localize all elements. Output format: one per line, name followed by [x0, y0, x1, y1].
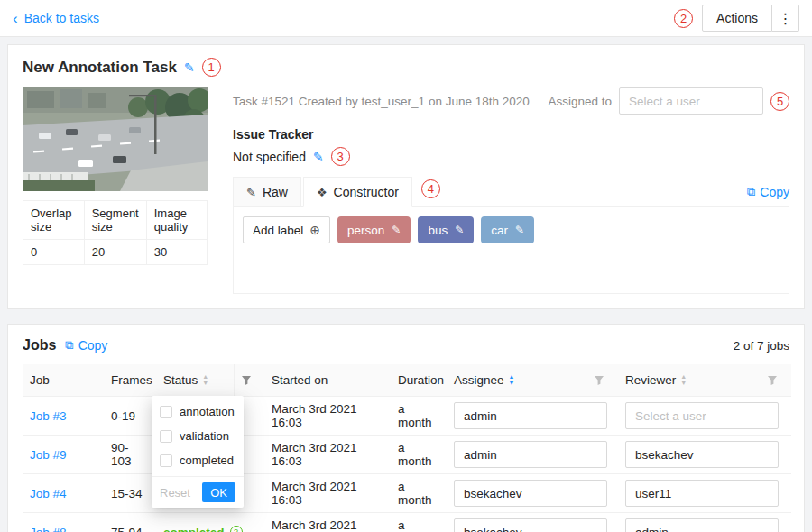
page-title: New Annotation Task: [23, 59, 177, 77]
started-cell: March 3rd 2021 16:03: [264, 474, 391, 513]
status-filter-icon[interactable]: [234, 364, 257, 396]
duration-cell: a month: [391, 397, 447, 436]
assignee-filter-icon[interactable]: [587, 364, 611, 396]
job-4-link[interactable]: Job #4: [30, 487, 67, 500]
assignee-cell: [447, 436, 618, 474]
edit-label-bus-icon[interactable]: ✎: [455, 224, 464, 236]
topbar-right: 2 Actions ⋮: [674, 5, 799, 32]
label-car-name: car: [491, 224, 508, 237]
reviewer-filter-icon[interactable]: [761, 364, 784, 396]
reviewer-cell: [618, 513, 791, 532]
filter-reset-button[interactable]: Reset: [160, 486, 190, 500]
reviewer-select[interactable]: [625, 402, 779, 429]
jobs-card: Jobs ⧉ Copy 2 of 7 jobs Job Frames: [7, 324, 805, 532]
filter-option-annotation[interactable]: annotation: [152, 399, 244, 424]
tab-constructor[interactable]: ❖ Constructor: [303, 177, 412, 207]
filter-option-completed[interactable]: completed: [152, 448, 244, 472]
status-filter-dropdown: annotation validation completed Reset OK: [152, 396, 244, 508]
tab-constructor-label: Constructor: [334, 185, 399, 199]
reviewer-sorter-icon[interactable]: ▲▼: [680, 374, 687, 386]
label-badge-person[interactable]: person ✎: [337, 216, 411, 243]
add-label-button[interactable]: Add label ⊕: [243, 216, 330, 243]
reviewer-cell: [618, 397, 791, 436]
status-sorter-icon[interactable]: ▲▼: [202, 374, 208, 386]
reviewer-select[interactable]: [625, 441, 779, 468]
filter-ok-button[interactable]: OK: [202, 482, 235, 502]
edit-label-car-icon[interactable]: ✎: [515, 224, 524, 236]
duration-cell: a month: [391, 436, 447, 474]
label-badge-car[interactable]: car ✎: [481, 216, 534, 243]
callout-3: 3: [331, 147, 350, 166]
label-badge-bus[interactable]: bus ✎: [418, 216, 474, 243]
column-frames-label: Frames: [111, 373, 152, 387]
column-started: Started on: [264, 364, 391, 397]
callout-5-number: 5: [777, 96, 783, 107]
back-to-tasks-label: Back to tasks: [24, 11, 99, 25]
reviewer-select[interactable]: [625, 480, 779, 507]
jobs-table: Job Frames Status ▲▼ Started on: [23, 364, 791, 532]
assignee-select[interactable]: [454, 480, 607, 507]
assignee-select[interactable]: [454, 518, 607, 532]
job-9-link[interactable]: Job #9: [30, 448, 67, 462]
assignee-select[interactable]: [454, 441, 607, 468]
callout-3-number: 3: [337, 151, 344, 162]
copy-icon: ⧉: [65, 338, 73, 353]
assignee-select[interactable]: [454, 402, 607, 429]
jobs-header-row: Job Frames Status ▲▼ Started on: [23, 364, 791, 397]
edit-label-person-icon[interactable]: ✎: [392, 224, 401, 236]
label-person-name: person: [347, 224, 384, 237]
checkbox-completed[interactable]: [160, 454, 172, 467]
param-segment-header: Segment size: [84, 201, 146, 240]
job-cell: Job #4: [23, 474, 104, 513]
copy-jobs-link[interactable]: ⧉ Copy: [65, 338, 107, 353]
reviewer-select[interactable]: [625, 518, 779, 532]
back-chevron-icon: ‹: [13, 11, 18, 26]
reviewer-cell: [618, 474, 791, 513]
task-right-column: Task #1521 Created by test_user_1 on Jun…: [233, 87, 789, 294]
assignee-sorter-icon[interactable]: ▲▼: [509, 374, 515, 386]
task-card: New Annotation Task ✎ 1: [7, 44, 805, 309]
status-cell: completed ?: [156, 513, 264, 532]
column-reviewer-label: Reviewer: [625, 373, 676, 387]
job-8-link[interactable]: Job #8: [30, 526, 67, 532]
task-assignee-select[interactable]: [619, 87, 763, 115]
filter-option-validation[interactable]: validation: [152, 424, 244, 448]
status-badge: completed ?: [163, 526, 243, 532]
callout-2-number: 2: [680, 13, 687, 24]
assignee-cell: [447, 397, 618, 436]
edit-title-icon[interactable]: ✎: [184, 60, 195, 75]
column-status-label: Status: [163, 373, 198, 387]
tab-raw-label: Raw: [263, 185, 288, 199]
callout-4: 4: [421, 179, 440, 198]
issue-tracker-value-row: Not specified ✎ 3: [233, 147, 789, 166]
plus-circle-icon: ⊕: [309, 223, 320, 237]
status-text: completed: [163, 526, 225, 532]
task-preview-image: [23, 87, 208, 191]
frames-cell: 75-94: [104, 513, 156, 532]
actions-more-button[interactable]: ⋮: [772, 5, 799, 32]
job-row: Job #8 75-94 completed ? March 3rd 2021 …: [23, 513, 791, 532]
job-3-link[interactable]: Job #3: [30, 409, 67, 423]
copy-labels-label: Copy: [760, 185, 789, 199]
job-row: Job #9 90-103 March 3rd 2021 16:03 a mon…: [23, 436, 791, 474]
back-to-tasks-link[interactable]: ‹ Back to tasks: [13, 11, 99, 26]
task-title-row: New Annotation Task ✎ 1: [23, 58, 789, 77]
task-body: Overlap size Segment size Image quality …: [23, 87, 789, 294]
checkbox-validation[interactable]: [160, 430, 172, 443]
assignee-cell: [447, 513, 618, 532]
tab-raw[interactable]: ✎ Raw: [233, 177, 301, 207]
edit-issue-tracker-icon[interactable]: ✎: [313, 150, 324, 164]
task-meta-row: Task #1521 Created by test_user_1 on Jun…: [233, 87, 789, 115]
constructor-icon: ❖: [317, 186, 328, 199]
issue-tracker-section: Issue Tracker Not specified ✎ 3: [233, 127, 789, 166]
duration-cell: a month: [391, 474, 447, 513]
column-frames: Frames: [104, 364, 156, 397]
copy-labels-link[interactable]: ⧉ Copy: [747, 185, 789, 206]
column-assignee-label: Assignee: [454, 373, 504, 387]
reviewer-cell: [618, 436, 791, 474]
question-circle-icon[interactable]: ?: [230, 526, 243, 532]
label-bus-name: bus: [428, 224, 448, 237]
checkbox-annotation[interactable]: [160, 406, 172, 418]
column-reviewer: Reviewer ▲▼: [618, 364, 791, 397]
actions-button[interactable]: Actions: [702, 5, 772, 32]
